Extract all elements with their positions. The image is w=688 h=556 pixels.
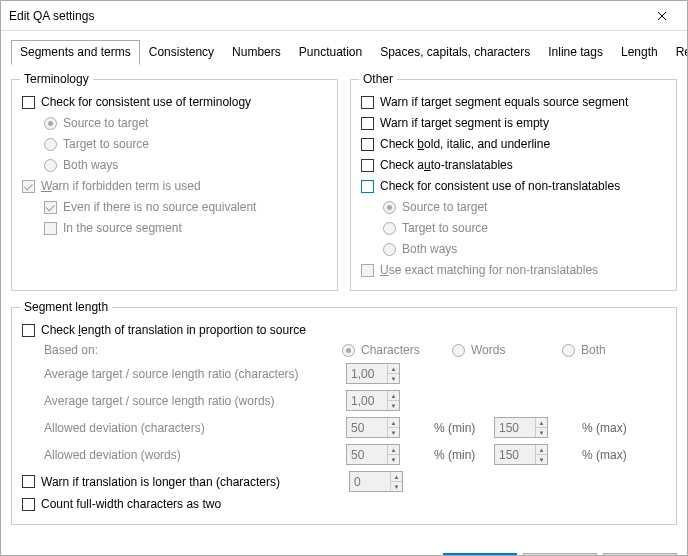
nontrans-both-ways-label: Both ways [402,242,457,256]
pct-min-label: % (min) [430,421,490,435]
spin-up-icon: ▲ [388,418,399,428]
spin-down-icon: ▼ [536,428,547,437]
count-full-width-checkbox[interactable] [22,498,35,511]
warn-target-empty-label: Warn if target segment is empty [380,116,549,130]
spin-down-icon: ▼ [536,455,547,464]
warn-longer-than-spinner: ▲▼ [349,471,403,492]
tab-consistency[interactable]: Consistency [140,40,223,65]
in-source-segment-label: In the source segment [63,221,182,235]
avg-ratio-chars-label: Average target / source length ratio (ch… [22,367,342,381]
terminology-both-ways-label: Both ways [63,158,118,172]
check-bold-italic-underline-checkbox[interactable] [361,138,374,151]
avg-ratio-words-label: Average target / source length ratio (wo… [22,394,342,408]
group-segment-length: Segment length Check length of translati… [11,307,677,525]
group-other: Other Warn if target segment equals sour… [350,79,677,291]
spin-up-icon: ▲ [391,472,402,482]
based-on-characters-radio [342,344,355,357]
close-button[interactable] [645,5,679,27]
check-non-translatables-label: Check for consistent use of non-translat… [380,179,620,193]
based-on-label: Based on: [22,343,342,357]
terminology-target-to-source-label: Target to source [63,137,149,151]
spin-up-icon: ▲ [388,391,399,401]
terminology-source-to-target-label: Source to target [63,116,148,130]
group-other-legend: Other [359,72,397,86]
close-icon [657,11,667,21]
nontrans-target-to-source-radio [383,222,396,235]
tab-numbers[interactable]: Numbers [223,40,290,65]
deviation-words-max-spinner: ▲▼ [494,444,548,465]
warn-target-empty-checkbox[interactable] [361,117,374,130]
avg-ratio-words-spinner: ▲▼ [346,390,400,411]
spin-down-icon: ▼ [388,428,399,437]
terminology-both-ways-radio [44,159,57,172]
spin-up-icon: ▲ [388,364,399,374]
deviation-chars-min-spinner: ▲▼ [346,417,400,438]
based-on-both-label: Both [581,343,606,357]
window-title: Edit QA settings [9,9,94,23]
pct-max-label: % (max) [578,421,638,435]
spin-down-icon: ▼ [391,482,402,491]
check-length-proportion-checkbox[interactable] [22,324,35,337]
warn-forbidden-term-checkbox [22,180,35,193]
based-on-words-radio [452,344,465,357]
spin-up-icon: ▲ [388,445,399,455]
in-source-segment-checkbox [44,222,57,235]
spin-down-icon: ▼ [388,401,399,410]
check-bold-italic-underline-label: Check bold, italic, and underline [380,137,550,151]
tab-spaces-capitals-characters[interactable]: Spaces, capitals, characters [371,40,539,65]
nontrans-source-to-target-label: Source to target [402,200,487,214]
terminology-source-to-target-radio [44,117,57,130]
deviation-chars-label: Allowed deviation (characters) [22,421,342,435]
pct-min-label: % (min) [430,448,490,462]
deviation-words-min-spinner: ▲▼ [346,444,400,465]
group-terminology: Terminology Check for consistent use of … [11,79,338,291]
check-length-proportion-label: Check length of translation in proportio… [41,323,306,337]
tab-strip: Segments and terms Consistency Numbers P… [11,39,677,65]
terminology-target-to-source-radio [44,138,57,151]
nontrans-both-ways-radio [383,243,396,256]
group-terminology-legend: Terminology [20,72,93,86]
exact-matching-nontrans-label: Use exact matching for non-translatables [380,263,598,277]
warn-longer-than-checkbox[interactable] [22,475,35,488]
check-non-translatables-checkbox[interactable] [361,180,374,193]
count-full-width-label: Count full-width characters as two [41,497,221,511]
based-on-words-label: Words [471,343,505,357]
deviation-words-label: Allowed deviation (words) [22,448,342,462]
warn-target-equals-source-label: Warn if target segment equals source seg… [380,95,628,109]
spin-up-icon: ▲ [536,418,547,428]
nontrans-source-to-target-radio [383,201,396,214]
deviation-chars-max-spinner: ▲▼ [494,417,548,438]
check-auto-translatables-checkbox[interactable] [361,159,374,172]
tab-punctuation[interactable]: Punctuation [290,40,371,65]
even-no-source-label: Even if there is no source equivalent [63,200,256,214]
pct-max-label: % (max) [578,448,638,462]
spin-down-icon: ▼ [388,455,399,464]
exact-matching-nontrans-checkbox [361,264,374,277]
avg-ratio-chars-spinner: ▲▼ [346,363,400,384]
warn-target-equals-source-checkbox[interactable] [361,96,374,109]
tab-inline-tags[interactable]: Inline tags [539,40,612,65]
check-auto-translatables-label: Check auto-translatables [380,158,513,172]
even-no-source-checkbox [44,201,57,214]
spin-down-icon: ▼ [388,374,399,383]
tab-length[interactable]: Length [612,40,667,65]
check-consistent-terminology-label: Check for consistent use of terminology [41,95,251,109]
based-on-characters-label: Characters [361,343,420,357]
check-consistent-terminology-checkbox[interactable] [22,96,35,109]
nontrans-target-to-source-label: Target to source [402,221,488,235]
warn-forbidden-term-label: Warn if forbidden term is used [41,179,201,193]
group-segment-length-legend: Segment length [20,300,112,314]
tab-regex[interactable]: Regex [667,40,688,65]
tab-segments-and-terms[interactable]: Segments and terms [11,40,140,65]
spin-up-icon: ▲ [536,445,547,455]
based-on-both-radio [562,344,575,357]
warn-longer-than-label: Warn if translation is longer than (char… [41,475,343,489]
